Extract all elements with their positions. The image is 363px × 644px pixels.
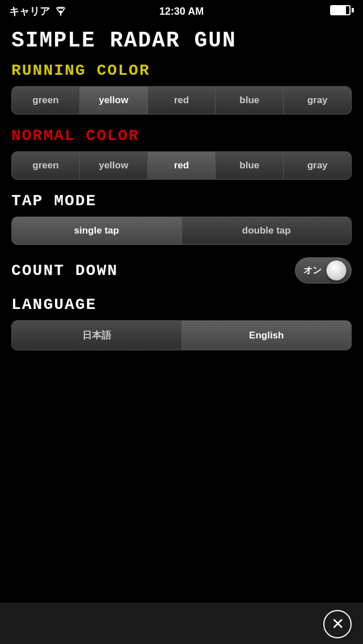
running-color-gray[interactable]: gray — [284, 87, 351, 114]
tap-mode-selector: single tap double tap — [11, 217, 352, 245]
countdown-row: COUNT DOWN オン — [11, 257, 352, 283]
running-color-selector: green yellow red blue gray — [11, 86, 352, 115]
app-title: SIMPLE RADAR GUN — [11, 28, 352, 53]
language-title: LANGUAGE — [11, 296, 352, 313]
toggle-on-label: オン — [303, 265, 322, 277]
svg-point-0 — [60, 14, 62, 16]
status-left: キャリア — [9, 5, 67, 18]
close-icon: ✕ — [331, 615, 344, 633]
running-color-red[interactable]: red — [148, 87, 216, 114]
tap-mode-title: TAP MODE — [11, 192, 352, 210]
language-english[interactable]: English — [182, 321, 352, 350]
normal-color-green[interactable]: green — [12, 152, 80, 179]
normal-color-red[interactable]: red — [148, 152, 216, 179]
language-selector: 日本語 English — [11, 320, 352, 350]
toggle-circle — [326, 260, 347, 281]
status-bar: キャリア 12:30 AM — [0, 0, 363, 23]
countdown-toggle[interactable]: オン — [295, 257, 352, 283]
normal-color-title: NORMAL COLOR — [11, 127, 352, 145]
normal-color-blue[interactable]: blue — [216, 152, 284, 179]
language-japanese[interactable]: 日本語 — [12, 321, 182, 350]
normal-color-yellow[interactable]: yellow — [80, 152, 148, 179]
countdown-title: COUNT DOWN — [11, 262, 118, 279]
tap-mode-double[interactable]: double tap — [182, 217, 352, 244]
battery-indicator — [330, 5, 354, 18]
status-time: 12:30 AM — [159, 6, 204, 18]
bottom-bar: ✕ — [0, 603, 363, 644]
normal-color-gray[interactable]: gray — [284, 152, 351, 179]
main-content: SIMPLE RADAR GUN RUNNING COLOR green yel… — [0, 23, 363, 374]
running-color-green[interactable]: green — [12, 87, 80, 114]
running-color-blue[interactable]: blue — [216, 87, 284, 114]
normal-color-selector: green yellow red blue gray — [11, 151, 352, 180]
wifi-icon — [54, 7, 67, 16]
carrier-label: キャリア — [9, 5, 50, 18]
running-color-yellow[interactable]: yellow — [80, 87, 148, 114]
tap-mode-single[interactable]: single tap — [12, 217, 182, 244]
running-color-title: RUNNING COLOR — [11, 62, 352, 79]
close-button[interactable]: ✕ — [323, 610, 352, 638]
